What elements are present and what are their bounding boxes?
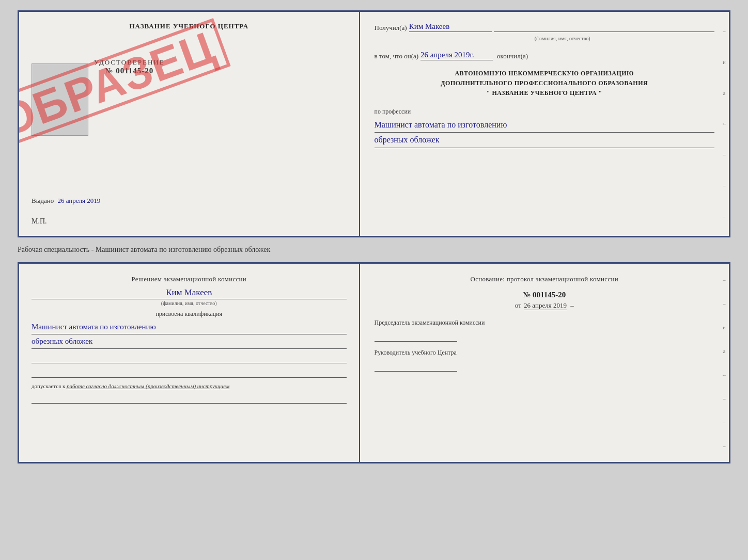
cert-number: № 001145-20 <box>94 67 165 75</box>
received-sub: (фамилия, имя, отчество) <box>411 36 714 41</box>
org-line3: " НАЗВАНИЕ УЧЕБНОГО ЦЕНТРА " <box>375 88 714 98</box>
received-label: Получил(а) <box>375 24 407 32</box>
issued-label: Выдано <box>32 197 54 204</box>
qual-line2: обрезных обложек <box>32 334 347 349</box>
received-value: Ким Макеев <box>409 22 492 32</box>
qual-label: присвоена квалификация <box>32 310 347 318</box>
bottom-right-edge-marks: – – и а ← – – – <box>720 264 729 462</box>
bottom-right-panel: Основание: протокол экзаменационной коми… <box>360 264 729 462</box>
separator-text: Рабочая специальность - Машинист автомат… <box>18 246 730 254</box>
date-suffix: окончил(а) <box>497 52 528 60</box>
blank-line-3 <box>32 392 347 404</box>
date-value: 26 апреля 2019г. <box>420 51 493 60</box>
bottom-left-panel: Решением экзаменационной комиссии Ким Ма… <box>19 264 360 462</box>
top-institution-title: НАЗВАНИЕ УЧЕБНОГО ЦЕНТРА <box>32 22 347 30</box>
date-row: в том, что он(а) 26 апреля 2019г. окончи… <box>375 51 714 60</box>
cert-word: УДОСТОВЕРЕНИЕ <box>94 58 165 67</box>
protocol-number: № 001145-20 <box>375 291 714 299</box>
blank-line-1 <box>32 352 347 363</box>
issued-line: Выдано 26 апреля 2019 <box>32 197 100 205</box>
org-line1: АВТОНОМНУЮ НЕКОММЕРЧЕСКУЮ ОРГАНИЗАЦИЮ <box>375 69 714 78</box>
chair-sig-line <box>375 329 457 342</box>
photo-area <box>32 63 88 136</box>
admit-label: допускается к <box>32 383 65 389</box>
top-right-panel: Получил(а) Ким Макеев (фамилия, имя, отч… <box>360 12 729 236</box>
org-block: АВТОНОМНУЮ НЕКОММЕРЧЕСКУЮ ОРГАНИЗАЦИЮ ДО… <box>375 69 714 99</box>
head-label: Руководитель учебного Центра <box>375 348 714 357</box>
profession-line2: обрезных обложек <box>375 133 714 148</box>
top-left-panel: НАЗВАНИЕ УЧЕБНОГО ЦЕНТРА УДОСТОВЕРЕНИЕ №… <box>19 12 360 236</box>
head-sig-line <box>375 359 457 372</box>
right-edge-marks: – и а ← – – – <box>720 12 729 236</box>
bottom-name-sub: (фамилия, имя, отчество) <box>32 299 347 306</box>
date-prefix: в том, что он(а) <box>375 52 419 60</box>
decision-title: Решением экзаменационной комиссии <box>32 274 347 284</box>
top-document: НАЗВАНИЕ УЧЕБНОГО ЦЕНТРА УДОСТОВЕРЕНИЕ №… <box>18 10 730 237</box>
received-row: Получил(а) Ким Макеев <box>375 22 714 32</box>
issued-date: 26 апреля 2019 <box>58 197 101 204</box>
protocol-date-prefix: от <box>515 301 521 309</box>
blank-line-2 <box>32 366 347 378</box>
profession-label: по профессии <box>375 108 714 116</box>
org-line2: ДОПОЛНИТЕЛЬНОГО ПРОФЕССИОНАЛЬНОГО ОБРАЗО… <box>375 78 714 88</box>
head-block: Руководитель учебного Центра <box>375 348 714 372</box>
bottom-document: Решением экзаменационной комиссии Ким Ма… <box>18 262 730 463</box>
basis-title: Основание: протокол экзаменационной коми… <box>375 274 714 284</box>
chair-block: Председатель экзаменационной комиссии <box>375 318 714 342</box>
protocol-date: от 26 апреля 2019 – <box>375 301 714 310</box>
protocol-date-value: 26 апреля 2019 <box>524 301 567 310</box>
admit-text: допускается к работе согласно должностны… <box>32 383 347 389</box>
admit-italic: работе согласно должностным (производств… <box>67 383 229 389</box>
received-dash <box>494 31 714 32</box>
profession-line1: Машинист автомата по изготовлению <box>375 118 714 133</box>
cert-title-block: УДОСТОВЕРЕНИЕ № 001145-20 <box>94 58 165 75</box>
bottom-name-value: Ким Макеев <box>32 287 347 298</box>
mp-label: М.П. <box>32 217 47 226</box>
chair-label: Председатель экзаменационной комиссии <box>375 318 714 327</box>
qual-line1: Машинист автомата по изготовлению <box>32 320 347 334</box>
